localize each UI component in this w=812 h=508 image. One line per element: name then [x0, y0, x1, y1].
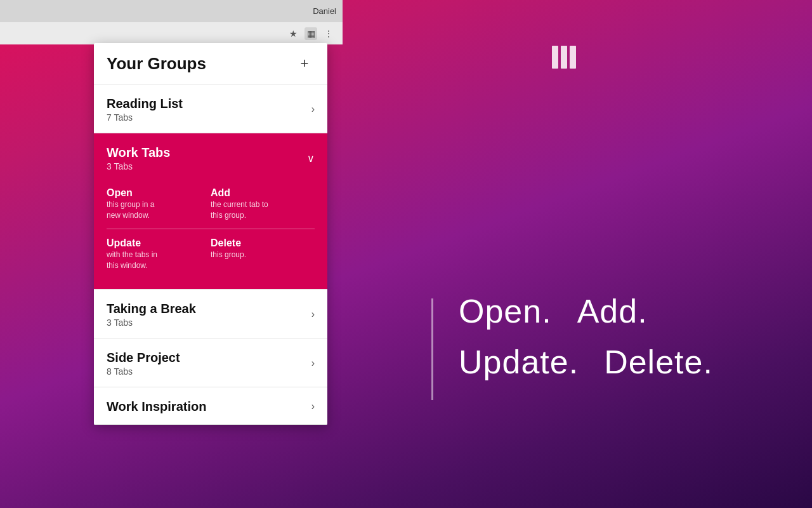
- action-open[interactable]: Open this group in anew window.: [107, 182, 211, 226]
- browser-toolbar: ★ ▦ ⋮: [0, 22, 343, 44]
- group-name-work-inspiration: Work Inspiration: [107, 399, 311, 414]
- action-divider: [107, 229, 315, 229]
- group-info-side-project: Side Project 8 Tabs: [107, 350, 311, 377]
- popup-title: Your Groups: [107, 54, 206, 74]
- group-info-work-inspiration: Work Inspiration: [107, 399, 311, 414]
- add-group-button[interactable]: +: [294, 53, 315, 74]
- extension-icon[interactable]: ▦: [304, 27, 317, 40]
- group-name-reading-list: Reading List: [107, 96, 311, 111]
- action-open-title: Open: [107, 187, 211, 199]
- group-info-reading-list: Reading List 7 Tabs: [107, 96, 311, 123]
- group-item-side-project: Side Project 8 Tabs ›: [94, 338, 327, 387]
- brand-word-delete: Delete.: [604, 343, 713, 381]
- popup-header: Your Groups +: [94, 43, 327, 84]
- group-arrow-work-tabs: ∨: [307, 152, 315, 164]
- group-actions-work-tabs: Open this group in anew window. Add the …: [94, 182, 327, 289]
- popup-panel: Your Groups + Reading List 7 Tabs › Work…: [94, 43, 327, 425]
- group-arrow-taking-a-break: ›: [311, 309, 315, 320]
- brand-text-row-1: Open. Add.: [459, 292, 713, 330]
- group-info-taking-a-break: Taking a Break 3 Tabs: [107, 301, 311, 328]
- groups-list: Reading List 7 Tabs › Work Tabs 3 Tabs ∨…: [94, 84, 327, 425]
- action-add-desc: the current tab tothis group.: [211, 199, 315, 221]
- brand-text-block: Open. Add. Update. Delete.: [459, 292, 713, 400]
- group-item-reading-list: Reading List 7 Tabs ›: [94, 84, 327, 133]
- brand-tagline: Open. Add. Update. Delete.: [431, 292, 713, 400]
- group-name-work-tabs: Work Tabs: [107, 145, 307, 160]
- action-delete-desc: this group.: [211, 250, 315, 260]
- brand-text-row-2: Update. Delete.: [459, 343, 713, 381]
- action-add-title: Add: [211, 187, 315, 199]
- action-delete[interactable]: Delete this group.: [211, 232, 315, 276]
- brand-word-add: Add.: [577, 292, 648, 330]
- menu-icon[interactable]: ⋮: [322, 27, 335, 40]
- brand-bar-3: [570, 46, 576, 69]
- group-header-taking-a-break[interactable]: Taking a Break 3 Tabs ›: [94, 290, 327, 338]
- group-item-work-tabs: Work Tabs 3 Tabs ∨ Open this group in an…: [94, 133, 327, 290]
- group-tabs-reading-list: 7 Tabs: [107, 112, 311, 123]
- browser-bar: Daniel: [0, 0, 343, 22]
- action-add[interactable]: Add the current tab tothis group.: [211, 182, 315, 226]
- group-header-side-project[interactable]: Side Project 8 Tabs ›: [94, 338, 327, 387]
- brand-bar-2: [561, 46, 567, 69]
- group-item-taking-a-break: Taking a Break 3 Tabs ›: [94, 290, 327, 338]
- star-icon[interactable]: ★: [287, 27, 299, 40]
- group-name-side-project: Side Project: [107, 350, 311, 365]
- username: Daniel: [313, 6, 336, 16]
- group-tabs-taking-a-break: 3 Tabs: [107, 318, 311, 328]
- group-item-work-inspiration: Work Inspiration ›: [94, 387, 327, 425]
- brand-word-open: Open.: [459, 292, 552, 330]
- browser-chrome: Daniel ★ ▦ ⋮: [0, 0, 343, 44]
- group-arrow-side-project: ›: [311, 358, 315, 369]
- action-update-desc: with the tabs inthis window.: [107, 250, 211, 271]
- group-info-work-tabs: Work Tabs 3 Tabs: [107, 145, 307, 171]
- group-header-work-inspiration[interactable]: Work Inspiration ›: [94, 387, 327, 424]
- group-header-work-tabs[interactable]: Work Tabs 3 Tabs ∨: [94, 133, 327, 182]
- brand-vertical-line: [431, 298, 433, 400]
- action-open-desc: this group in anew window.: [107, 199, 211, 221]
- group-arrow-work-inspiration: ›: [311, 401, 315, 412]
- brand-icon: [552, 46, 576, 69]
- action-update[interactable]: Update with the tabs inthis window.: [107, 232, 211, 276]
- group-tabs-work-tabs: 3 Tabs: [107, 161, 307, 171]
- actions-grid-2: Update with the tabs inthis window. Dele…: [107, 232, 315, 276]
- brand-bar-1: [552, 46, 558, 69]
- brand-icon-grid: [552, 46, 576, 69]
- group-arrow-reading-list: ›: [311, 104, 315, 115]
- group-name-taking-a-break: Taking a Break: [107, 301, 311, 316]
- group-header-reading-list[interactable]: Reading List 7 Tabs ›: [94, 84, 327, 133]
- action-update-title: Update: [107, 237, 211, 249]
- action-delete-title: Delete: [211, 237, 315, 249]
- brand-word-update: Update.: [459, 343, 579, 381]
- group-tabs-side-project: 8 Tabs: [107, 366, 311, 377]
- actions-grid: Open this group in anew window. Add the …: [107, 182, 315, 226]
